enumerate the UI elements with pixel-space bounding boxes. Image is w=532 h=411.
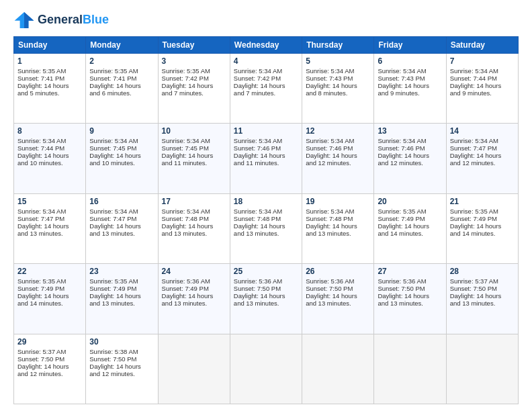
day-info-line: Daylight: 14 hours (162, 152, 226, 159)
day-number: 18 (234, 197, 298, 206)
day-info-line: and 7 minutes. (234, 89, 298, 97)
day-info-line: and 12 minutes. (89, 370, 154, 377)
logo-general: General (38, 13, 83, 26)
day-number: 8 (17, 126, 82, 136)
calendar-cell: 7Sunrise: 5:34 AMSunset: 7:44 PMDaylight… (446, 54, 518, 124)
calendar-cell: 26Sunrise: 5:36 AMSunset: 7:50 PMDayligh… (302, 264, 374, 334)
day-info-line: and 13 minutes. (378, 300, 442, 307)
calendar-cell: 22Sunrise: 5:35 AMSunset: 7:49 PMDayligh… (14, 264, 86, 334)
page: GeneralBlue SundayMondayTuesdayWednesday… (0, 0, 532, 411)
day-info-line: and 12 minutes. (378, 159, 442, 167)
calendar-header-row: SundayMondayTuesdayWednesdayThursdayFrid… (14, 37, 519, 54)
day-info-line: and 11 minutes. (162, 159, 226, 167)
day-info-line: Sunset: 7:50 PM (234, 285, 298, 292)
day-number: 5 (306, 56, 370, 66)
day-info-line: Sunrise: 5:34 AM (306, 137, 370, 144)
day-number: 3 (162, 56, 226, 66)
calendar-cell: 27Sunrise: 5:36 AMSunset: 7:50 PMDayligh… (374, 264, 446, 334)
calendar-cell: 25Sunrise: 5:36 AMSunset: 7:50 PMDayligh… (230, 264, 302, 334)
day-info-line: Sunset: 7:46 PM (378, 144, 442, 152)
day-info-line: Sunset: 7:46 PM (306, 144, 370, 152)
day-info-line: Sunrise: 5:34 AM (89, 137, 154, 144)
day-info-line: Sunset: 7:47 PM (450, 144, 515, 152)
calendar-cell: 17Sunrise: 5:34 AMSunset: 7:48 PMDayligh… (158, 193, 230, 263)
day-info-line: Sunset: 7:44 PM (450, 75, 515, 82)
calendar-cell: 21Sunrise: 5:35 AMSunset: 7:49 PMDayligh… (446, 193, 518, 263)
day-info-line: Daylight: 14 hours (450, 222, 515, 230)
day-info-line: Sunset: 7:45 PM (89, 144, 154, 152)
day-info-line: and 13 minutes. (234, 230, 298, 237)
calendar-week-row: 29Sunrise: 5:37 AMSunset: 7:50 PMDayligh… (14, 334, 519, 404)
day-info-line: Daylight: 14 hours (234, 222, 298, 230)
day-number: 30 (89, 337, 154, 347)
calendar-cell: 6Sunrise: 5:34 AMSunset: 7:43 PMDaylight… (374, 54, 446, 124)
day-number: 27 (378, 267, 442, 276)
day-info-line: and 13 minutes. (162, 300, 226, 307)
day-info-line: Sunset: 7:50 PM (17, 355, 82, 363)
calendar-cell: 3Sunrise: 5:35 AMSunset: 7:42 PMDaylight… (158, 54, 230, 124)
day-number: 10 (162, 126, 226, 136)
day-info-line: Sunrise: 5:34 AM (234, 137, 298, 144)
day-info-line: Sunrise: 5:34 AM (378, 137, 442, 144)
calendar-cell: 18Sunrise: 5:34 AMSunset: 7:48 PMDayligh… (230, 193, 302, 263)
day-info-line: and 13 minutes. (306, 300, 370, 307)
day-info-line: Daylight: 14 hours (17, 292, 82, 300)
day-info-line: and 13 minutes. (89, 300, 154, 307)
day-info-line: Sunset: 7:50 PM (306, 285, 370, 292)
day-info-line: Daylight: 14 hours (450, 292, 515, 300)
day-number: 14 (450, 126, 515, 136)
calendar-week-row: 1Sunrise: 5:35 AMSunset: 7:41 PMDaylight… (14, 54, 519, 124)
calendar-cell: 8Sunrise: 5:34 AMSunset: 7:44 PMDaylight… (14, 124, 86, 193)
day-info-line: Daylight: 14 hours (162, 222, 226, 230)
day-info-line: Daylight: 14 hours (89, 292, 154, 300)
day-info-line: Daylight: 14 hours (306, 152, 370, 159)
day-info-line: and 13 minutes. (162, 230, 226, 237)
day-info-line: Sunset: 7:49 PM (89, 285, 154, 292)
calendar-cell: 24Sunrise: 5:36 AMSunset: 7:49 PMDayligh… (158, 264, 230, 334)
day-info-line: Sunrise: 5:34 AM (450, 67, 515, 75)
day-info-line: Sunrise: 5:35 AM (450, 208, 515, 215)
day-info-line: and 14 minutes. (450, 230, 515, 237)
day-number: 24 (162, 267, 226, 276)
day-number: 7 (450, 56, 515, 66)
day-info-line: Daylight: 14 hours (162, 82, 226, 89)
day-info-line: Sunset: 7:45 PM (162, 144, 226, 152)
day-info-line: Daylight: 14 hours (378, 152, 442, 159)
day-number: 2 (89, 56, 154, 66)
day-number: 13 (378, 126, 442, 136)
day-info-line: Sunrise: 5:34 AM (234, 208, 298, 215)
day-info-line: Sunrise: 5:37 AM (450, 277, 515, 285)
calendar-cell: 2Sunrise: 5:35 AMSunset: 7:41 PMDaylight… (86, 54, 158, 124)
day-number: 16 (89, 197, 154, 206)
logo-blue: Blue (83, 13, 109, 26)
day-info-line: Sunrise: 5:34 AM (306, 208, 370, 215)
day-info-line: Sunrise: 5:34 AM (378, 67, 442, 75)
day-info-line: Daylight: 14 hours (17, 222, 82, 230)
day-info-line: Daylight: 14 hours (234, 292, 298, 300)
day-info-line: and 6 minutes. (89, 89, 154, 97)
calendar-week-row: 8Sunrise: 5:34 AMSunset: 7:44 PMDaylight… (14, 124, 519, 193)
calendar-cell: 30Sunrise: 5:38 AMSunset: 7:50 PMDayligh… (86, 334, 158, 404)
day-header-monday: Monday (86, 37, 158, 54)
day-info-line: Sunset: 7:48 PM (306, 215, 370, 222)
day-info-line: Daylight: 14 hours (450, 82, 515, 89)
day-info-line: Sunrise: 5:34 AM (306, 67, 370, 75)
day-number: 11 (234, 126, 298, 136)
day-header-sunday: Sunday (14, 37, 86, 54)
day-info-line: Sunrise: 5:36 AM (234, 277, 298, 285)
day-info-line: Daylight: 14 hours (378, 222, 442, 230)
day-number: 28 (450, 267, 515, 276)
day-number: 29 (17, 337, 82, 347)
calendar-cell: 23Sunrise: 5:35 AMSunset: 7:49 PMDayligh… (86, 264, 158, 334)
day-info-line: Sunset: 7:44 PM (17, 144, 82, 152)
day-info-line: Daylight: 14 hours (89, 222, 154, 230)
day-info-line: Daylight: 14 hours (306, 222, 370, 230)
day-info-line: Sunset: 7:50 PM (450, 285, 515, 292)
calendar-cell: 12Sunrise: 5:34 AMSunset: 7:46 PMDayligh… (302, 124, 374, 193)
header: GeneralBlue (13, 11, 519, 30)
calendar-cell: 15Sunrise: 5:34 AMSunset: 7:47 PMDayligh… (14, 193, 86, 263)
day-header-friday: Friday (374, 37, 446, 54)
day-info-line: and 8 minutes. (306, 89, 370, 97)
day-info-line: Sunrise: 5:35 AM (17, 67, 82, 75)
calendar-cell: 9Sunrise: 5:34 AMSunset: 7:45 PMDaylight… (86, 124, 158, 193)
